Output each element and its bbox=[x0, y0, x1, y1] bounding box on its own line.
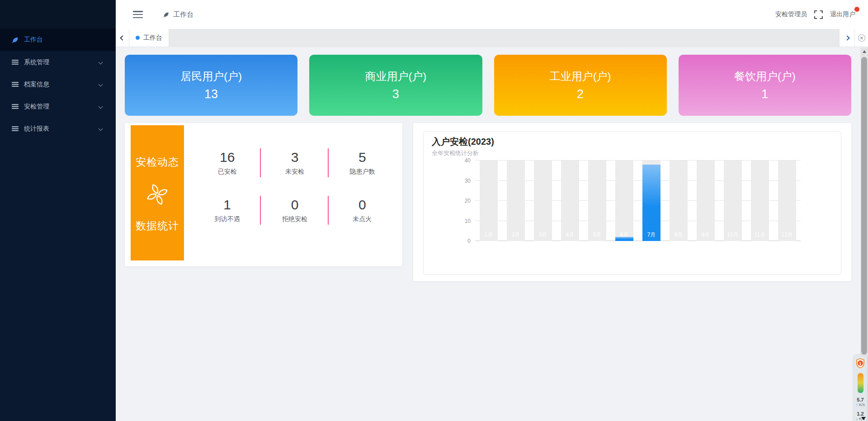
sidebar-item-workbench[interactable]: 工作台 bbox=[0, 28, 116, 51]
background-bar bbox=[615, 161, 633, 241]
x-axis-label: 8月 bbox=[665, 231, 692, 239]
stat-visit-missed: 1 到访不遇 bbox=[193, 186, 261, 234]
fullscreen-icon[interactable] bbox=[814, 10, 823, 19]
y-axis-tick: 10 bbox=[453, 218, 471, 224]
stat-refused: 0 拒绝安检 bbox=[261, 186, 328, 234]
y-axis-tick: 40 bbox=[453, 157, 471, 164]
shield-badge-count: 1 bbox=[859, 361, 862, 366]
menu-lines-icon bbox=[11, 103, 19, 110]
y-axis-tick: 30 bbox=[453, 178, 471, 184]
close-tabs-button[interactable] bbox=[854, 29, 868, 47]
bar-slot: 6月 bbox=[611, 161, 638, 241]
background-bar bbox=[697, 161, 715, 241]
background-bar bbox=[724, 161, 742, 241]
chevron-down-icon bbox=[99, 82, 103, 87]
banner-subtitle: 数据统计 bbox=[136, 219, 179, 233]
app-window: 工作台 系统管理 档案信息 bbox=[0, 0, 868, 421]
x-axis-label: 6月 bbox=[611, 231, 638, 239]
gauge-bar bbox=[858, 373, 863, 393]
page-title: 工作台 bbox=[173, 10, 193, 19]
panels-row: 安检动态 数据统计 16 已安检 bbox=[125, 123, 851, 281]
tab-bar: 工作台 bbox=[116, 29, 868, 47]
x-axis-label: 4月 bbox=[557, 231, 584, 239]
chevron-left-icon bbox=[120, 35, 125, 40]
chevron-down-icon bbox=[99, 60, 103, 65]
leaf-icon bbox=[163, 11, 170, 18]
background-bar bbox=[670, 161, 688, 241]
sidebar-item-label: 安检管理 bbox=[24, 103, 49, 111]
stat-hazard-households: 5 隐患户数 bbox=[329, 139, 396, 186]
chevron-down-icon bbox=[99, 104, 103, 109]
speed-monitor-widget[interactable]: 1 5.7 ↑ K/s 1.2 ↓ K/s bbox=[854, 355, 867, 421]
bar-slot: 7月 bbox=[638, 161, 665, 241]
sidebar: 工作台 系统管理 档案信息 bbox=[0, 0, 116, 421]
stat-not-ignited: 0 未点火 bbox=[329, 186, 396, 234]
widget-expand-triangle-icon[interactable] bbox=[861, 417, 866, 420]
logout-label: 退出用户 bbox=[830, 10, 855, 18]
background-bar bbox=[588, 161, 606, 241]
background-bar bbox=[778, 161, 796, 241]
stat-label: 未安检 bbox=[285, 168, 304, 176]
pinwheel-icon bbox=[146, 183, 169, 206]
card-value: 13 bbox=[204, 87, 218, 101]
stat-not-inspected: 3 未安检 bbox=[261, 139, 328, 186]
active-tab-dot bbox=[136, 36, 140, 40]
sidebar-item-archives[interactable]: 档案信息 bbox=[0, 73, 116, 95]
chart-title: 入户安检(2023) bbox=[432, 136, 833, 147]
x-axis-label: 10月 bbox=[719, 231, 746, 239]
summary-cards-row: 居民用户(户) 13 商业用户(户) 3 工业用户(户) 2 餐饮用户(户) 1 bbox=[125, 55, 851, 116]
shield-badge-icon: 1 bbox=[856, 358, 865, 368]
tabs-scroll-right-button[interactable] bbox=[839, 29, 854, 47]
stat-label: 未点火 bbox=[353, 215, 372, 223]
bar-slot: 5月 bbox=[584, 161, 611, 241]
sidebar-item-reports[interactable]: 统计报表 bbox=[0, 118, 116, 140]
x-axis-label: 12月 bbox=[774, 231, 801, 239]
chart-card: 入户安检(2023) 全年安检统计分析 0102030401月2月3月4月5月6… bbox=[423, 131, 841, 274]
stat-label: 拒绝安检 bbox=[282, 215, 307, 223]
logout-button[interactable]: 退出用户 bbox=[830, 10, 857, 19]
data-bar bbox=[642, 165, 660, 241]
x-axis-label: 2月 bbox=[502, 231, 529, 239]
card-title: 工业用户(户) bbox=[550, 69, 611, 84]
scrollbar-thumb[interactable] bbox=[861, 57, 867, 355]
background-bar bbox=[507, 161, 525, 241]
chevron-right-icon bbox=[844, 35, 849, 40]
stats-grid: 16 已安检 3 未安检 5 隐患户数 1 到访不遇 bbox=[193, 139, 396, 234]
background-bar bbox=[480, 161, 498, 241]
card-value: 3 bbox=[392, 87, 399, 101]
hamburger-menu-icon[interactable] bbox=[133, 11, 143, 18]
scrollbar-up-arrow-icon[interactable] bbox=[863, 50, 866, 53]
chart-subtitle: 全年安检统计分析 bbox=[432, 150, 833, 157]
card-title: 商业用户(户) bbox=[365, 69, 426, 84]
banner-title: 安检动态 bbox=[136, 155, 179, 169]
card-catering-users: 餐饮用户(户) 1 bbox=[679, 55, 851, 116]
menu-lines-icon bbox=[11, 125, 19, 132]
card-value: 2 bbox=[577, 87, 584, 101]
menu-lines-icon bbox=[11, 80, 19, 88]
y-axis-tick: 20 bbox=[453, 198, 471, 204]
tab-workbench[interactable]: 工作台 bbox=[129, 29, 169, 47]
card-commercial-users: 商业用户(户) 3 bbox=[309, 55, 482, 116]
sidebar-item-inspection[interactable]: 安检管理 bbox=[0, 95, 116, 118]
tabs-strip: 工作台 bbox=[129, 29, 839, 47]
header-right: 安检管理员 退出用户 bbox=[775, 10, 857, 19]
stat-value: 3 bbox=[291, 150, 299, 165]
chart-plot: 0102030401月2月3月4月5月6月7月8月9月10月11月12月 bbox=[475, 161, 801, 241]
card-value: 1 bbox=[761, 87, 768, 101]
x-axis-label: 3月 bbox=[529, 231, 557, 239]
header: 工作台 安检管理员 退出用户 bbox=[116, 0, 868, 29]
stat-value: 1 bbox=[223, 197, 231, 212]
background-bar bbox=[751, 161, 769, 241]
x-axis-label: 5月 bbox=[584, 231, 611, 239]
dynamics-banner: 安检动态 数据统计 bbox=[131, 125, 184, 260]
upload-speed-unit: ↑ K/s bbox=[856, 403, 865, 407]
sidebar-logo-area bbox=[0, 0, 116, 28]
sidebar-item-label: 统计报表 bbox=[24, 125, 49, 133]
sidebar-item-system[interactable]: 系统管理 bbox=[0, 51, 116, 73]
upload-speed: 5.7 ↑ K/s bbox=[856, 397, 865, 407]
tabs-scroll-left-button[interactable] bbox=[116, 29, 129, 47]
stat-label: 到访不遇 bbox=[215, 215, 240, 223]
circle-close-icon bbox=[858, 34, 866, 42]
sidebar-item-label: 档案信息 bbox=[24, 80, 49, 89]
sidebar-item-label: 工作台 bbox=[24, 36, 43, 44]
